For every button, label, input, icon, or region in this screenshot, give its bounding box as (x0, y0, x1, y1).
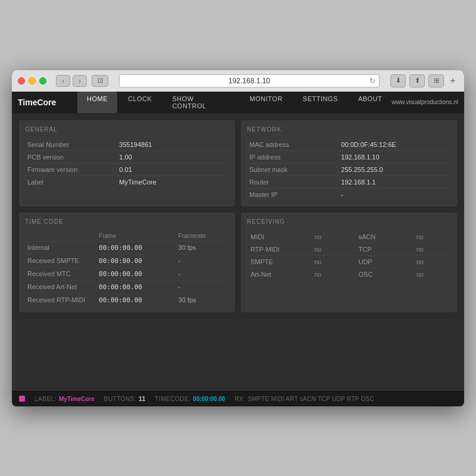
app-logo: TimeCore (18, 98, 65, 107)
mac-window: ‹ › ⊡ 192.168.1.10 ↻ ⬇ ⬆ ⊞ + TimeCore HO… (12, 70, 464, 406)
rx-items: SMPTE MIDI ART sACN TCP UDP RTP OSC (248, 396, 374, 402)
recv-value2: no (413, 268, 451, 280)
field-label: Firmware version (25, 163, 117, 176)
table-row: PCB version 1.00 (25, 151, 229, 163)
status-label-item: LABEL: MyTimeCore (35, 396, 95, 402)
table-row: Master IP - (247, 188, 451, 201)
field-value: 355194861 (117, 139, 229, 151)
table-row: Received SMPTE 00:00:00.00 - (25, 254, 229, 267)
buttons-value: 11 (139, 396, 145, 402)
recv-value: no (311, 268, 349, 280)
tab-show-control[interactable]: SHOW CONTROL (162, 92, 239, 113)
app-navbar: TimeCore HOME CLOCK SHOW CONTROL MONITOR… (12, 92, 464, 113)
framerate-value: 30 fps (176, 293, 229, 306)
nav-tabs: HOME CLOCK SHOW CONTROL MONITOR SETTINGS… (77, 92, 392, 113)
table-row: Label MyTimeCore (25, 176, 229, 188)
recv-label: MIDI (247, 231, 311, 243)
table-row: IP address 192.168.1.10 (247, 151, 451, 163)
buttons-prefix: BUTTONS: (104, 396, 136, 402)
field-value: 00:0D:0F:45:12:6E (339, 139, 451, 151)
main-content: GENERAL Serial Number 355194861 PCB vers… (12, 113, 464, 320)
table-row: SMPTE no UDP no (247, 255, 451, 268)
field-label: Master IP (247, 188, 339, 201)
recv-label2: UDP (349, 255, 412, 268)
recv-label: RTP-MIDI (247, 243, 311, 255)
receiving-title: RECEIVING (247, 218, 451, 225)
field-value: 192.168.1.1 (339, 176, 451, 188)
share-icon[interactable]: ⬆ (409, 74, 425, 87)
receiving-panel: RECEIVING MIDI no sACN no RTP-MIDI no TC… (241, 212, 457, 312)
framerate-value: - (176, 280, 229, 293)
source-label: Internal (25, 241, 96, 254)
recv-value2: no (413, 231, 451, 243)
field-value: MyTimeCore (117, 176, 229, 188)
download-icon[interactable]: ⬇ (390, 74, 406, 87)
status-bar: LABEL: MyTimeCore BUTTONS: 11 TIMECODE: … (12, 391, 464, 406)
network-title: NETWORK (247, 126, 451, 133)
col-framerate: Framerate (176, 231, 229, 242)
table-row: MAC address 00:0D:0F:45:12:6E (247, 139, 451, 151)
tab-settings[interactable]: SETTINGS (293, 92, 347, 113)
tab-about[interactable]: ABOUT (349, 92, 392, 113)
empty-area (12, 320, 464, 391)
field-label: Subnet mask (247, 163, 339, 176)
timecode-table: Frame Framerate Internal 00:00:00.00 30 … (25, 231, 229, 306)
field-label: PCB version (25, 151, 117, 163)
timecode-prefix: TIMECODE: (155, 396, 190, 402)
tab-home[interactable]: HOME (77, 92, 117, 113)
timecode-value: 00:00:00.00 (193, 396, 225, 402)
back-button[interactable]: ‹ (56, 75, 70, 87)
recv-label2: sACN (349, 231, 412, 243)
frame-value: 00:00:00.00 (96, 241, 176, 254)
tab-monitor[interactable]: MONITOR (240, 92, 292, 113)
field-value: 1.00 (117, 151, 229, 163)
label-prefix: LABEL: (35, 396, 57, 402)
field-value: 192.168.1.10 (339, 151, 451, 163)
table-row: Received RTP-MIDI 00:00:00.00 30 fps (25, 293, 229, 306)
title-bar: ‹ › ⊡ 192.168.1.10 ↻ ⬇ ⬆ ⊞ + (12, 70, 464, 92)
status-timecode-item: TIMECODE: 00:00:00.00 (155, 396, 225, 402)
grid-icon[interactable]: ⊞ (428, 74, 444, 87)
field-value: - (339, 188, 451, 201)
toolbar-icons: ⬇ ⬆ ⊞ + (390, 74, 458, 87)
framerate-value: 30 fps (176, 241, 229, 254)
table-row: MIDI no sACN no (247, 231, 451, 243)
frame-value: 00:00:00.00 (96, 267, 176, 280)
frame-value: 00:00:00.00 (96, 293, 176, 306)
framerate-value: - (176, 267, 229, 280)
rx-prefix: RX: (234, 396, 245, 402)
forward-button[interactable]: › (73, 75, 87, 87)
label-value: MyTimeCore (59, 396, 95, 402)
recv-label: SMPTE (247, 255, 311, 268)
frame-value: 00:00:00.00 (96, 280, 176, 293)
col-frame: Frame (96, 231, 176, 242)
nav-buttons: ‹ › (56, 75, 87, 87)
table-row: Router 192.168.1.1 (247, 176, 451, 188)
table-row: Subnet mask 255.255.255.0 (247, 163, 451, 176)
network-panel: NETWORK MAC address 00:0D:0F:45:12:6E IP… (241, 120, 457, 206)
recv-value2: no (413, 243, 451, 255)
field-value: 0.01 (117, 163, 229, 176)
table-row: RTP-MIDI no TCP no (247, 243, 451, 255)
maximize-button[interactable] (39, 77, 46, 84)
status-indicator (19, 396, 25, 402)
col-source (25, 231, 96, 242)
source-label: Received RTP-MIDI (25, 293, 96, 306)
field-label: MAC address (247, 139, 339, 151)
tab-clock[interactable]: CLOCK (118, 92, 161, 113)
source-label: Received Art-Net (25, 280, 96, 293)
tab-button[interactable]: ⊡ (92, 75, 108, 87)
table-row: Received Art-Net 00:00:00.00 - (25, 280, 229, 293)
new-tab-button[interactable]: + (447, 76, 458, 86)
website-link[interactable]: www.visualproductions.nl (392, 99, 458, 105)
recv-label: Art-Net (247, 268, 311, 280)
recv-label2: OSC (349, 268, 412, 280)
general-panel: GENERAL Serial Number 355194861 PCB vers… (19, 120, 235, 206)
refresh-icon[interactable]: ↻ (369, 77, 375, 85)
close-button[interactable] (18, 77, 25, 84)
recv-value: no (311, 231, 349, 243)
address-bar[interactable]: 192.168.1.10 ↻ (119, 74, 380, 87)
network-table: MAC address 00:0D:0F:45:12:6E IP address… (247, 139, 451, 201)
minimize-button[interactable] (29, 77, 36, 84)
recv-label2: TCP (349, 243, 412, 255)
